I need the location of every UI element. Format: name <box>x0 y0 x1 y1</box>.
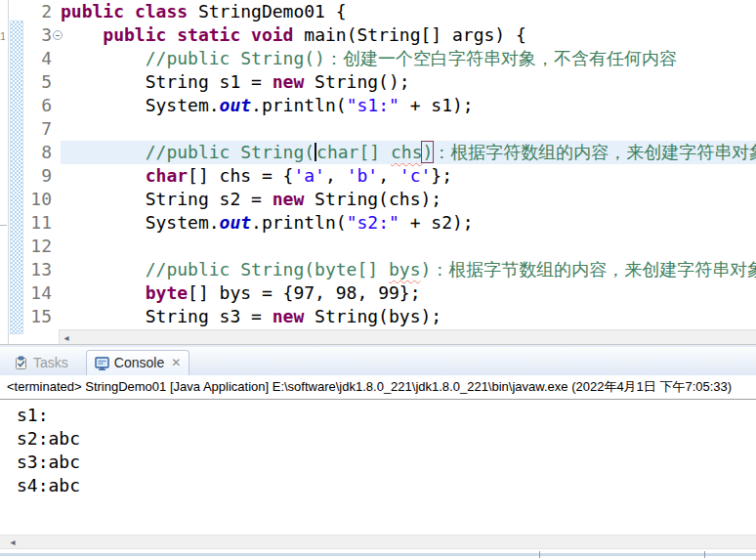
statusbar-edge <box>0 553 756 556</box>
code-segment: bys <box>389 259 421 280</box>
code-segment: + s1); <box>399 95 474 115</box>
code-line[interactable]: 13 //public String(byte[] bys)：根据字节数组的内容… <box>21 258 756 281</box>
line-number: 15 <box>21 305 52 328</box>
code-line[interactable]: 2public class StringDemo01 { <box>21 0 756 23</box>
fold-column <box>52 164 61 188</box>
code-segment: )：根据字节数组的内容，来创建字符串对象 <box>420 259 756 280</box>
code-text[interactable] <box>61 235 756 258</box>
fold-column <box>52 141 61 164</box>
code-rows: 2public class StringDemo01 {3 public sta… <box>21 0 756 328</box>
code-editor[interactable]: 1 2public class StringDemo01 {3 public s… <box>0 0 756 345</box>
code-segment: , <box>325 165 347 186</box>
code-segment: String(chs); <box>304 189 441 209</box>
tab-close-icon[interactable]: ✕ <box>171 356 181 369</box>
code-text[interactable]: byte[] bys = {97, 98, 99}; <box>61 281 756 305</box>
code-text[interactable]: System.out.println("s1:" + s1); <box>61 94 756 117</box>
code-line[interactable]: 7 <box>21 117 756 141</box>
console-line: s4:abc <box>17 474 756 497</box>
code-segment <box>166 24 177 45</box>
code-segment: new <box>273 71 305 92</box>
code-segment: String s2 = <box>61 189 273 209</box>
fold-column <box>52 305 61 328</box>
code-line[interactable]: 10 String s2 = new String(chs); <box>21 188 756 211</box>
tab-tasks[interactable]: Tasks <box>6 351 76 375</box>
code-segment: String(); <box>304 71 409 92</box>
code-line[interactable]: 14 byte[] bys = {97, 98, 99}; <box>21 281 756 305</box>
code-text[interactable]: public class StringDemo01 { <box>61 0 756 23</box>
code-text[interactable]: //public String(byte[] bys)：根据字节数组的内容，来创… <box>61 258 756 281</box>
fold-column <box>52 258 61 281</box>
code-segment: 'c' <box>399 165 432 186</box>
code-text[interactable]: String s3 = new String(bys); <box>61 305 756 328</box>
console-output[interactable]: s1:s2:abcs3:abcs4:abc <box>0 400 756 535</box>
code-text[interactable]: String s2 = new String(chs); <box>61 188 756 211</box>
code-line[interactable]: 15 String s3 = new String(bys); <box>21 305 756 328</box>
tab-console[interactable]: Console ✕ <box>86 350 189 375</box>
line-number: 14 <box>21 281 52 305</box>
code-segment <box>240 24 251 45</box>
fold-column <box>52 47 61 70</box>
code-text[interactable] <box>61 117 756 141</box>
code-text[interactable]: char[] chs = {'a', 'b', 'c'}; <box>61 164 756 188</box>
code-segment: new <box>273 306 305 326</box>
code-text[interactable]: //public String(char[] chs)：根据字符数组的内容，来创… <box>61 141 756 164</box>
code-segment: String(bys); <box>304 306 441 326</box>
code-segment: ：根据字符数组的内容，来创建字符串对象 <box>433 142 756 162</box>
code-segment: out <box>220 95 252 115</box>
fold-column <box>52 94 61 117</box>
code-segment: class <box>135 1 188 22</box>
left-collapsed-strip: 1 <box>0 0 9 344</box>
code-text[interactable]: //public String()：创建一个空白字符串对象，不含有任何内容 <box>61 47 756 70</box>
code-segment: , <box>378 165 399 186</box>
tab-tasks-label: Tasks <box>33 355 68 370</box>
fold-column <box>52 188 61 211</box>
code-segment: char <box>146 165 188 186</box>
code-segment: new <box>273 189 305 209</box>
code-line[interactable]: 12 <box>21 235 756 258</box>
code-segment: }; <box>431 165 452 186</box>
fold-column <box>52 235 61 258</box>
code-segment <box>61 165 146 186</box>
editor-horizontal-scrollbar[interactable]: ◂ <box>59 329 756 345</box>
code-line[interactable]: 5 String s1 = new String(); <box>21 70 756 94</box>
code-line[interactable]: 3 public static void main(String[] args)… <box>21 23 756 47</box>
line-number: 7 <box>21 117 52 141</box>
console-horizontal-scrollbar[interactable]: ◂ <box>0 535 756 549</box>
code-line[interactable]: 6 System.out.println("s1:" + s1); <box>21 94 756 117</box>
code-text[interactable]: String s1 = new String(); <box>61 70 756 94</box>
code-segment: main(String[] args) { <box>293 24 525 45</box>
code-segment <box>61 259 146 280</box>
code-segment: byte <box>146 282 188 303</box>
code-segment: String s3 = <box>61 306 273 326</box>
window-bottom-strip <box>0 549 756 560</box>
fold-column <box>52 117 61 141</box>
code-segment <box>61 282 146 303</box>
line-number: 10 <box>21 188 52 211</box>
tab-console-label: Console <box>114 355 164 370</box>
eclipse-window: { "editor": { "lines": [ {"n":"2","seg":… <box>0 0 756 560</box>
scroll-left-arrow-icon[interactable]: ◂ <box>6 536 20 548</box>
code-segment: //public String( <box>146 142 315 162</box>
code-segment: //public String(byte[] <box>146 259 389 280</box>
code-segment: static <box>177 24 240 45</box>
collapse-icon[interactable] <box>53 30 63 40</box>
scroll-left-arrow-icon[interactable]: ◂ <box>60 331 73 344</box>
code-line[interactable]: 4 //public String()：创建一个空白字符串对象，不含有任何内容 <box>21 47 756 70</box>
console-line: s3:abc <box>17 451 756 474</box>
fold-column <box>52 23 61 47</box>
code-text[interactable]: System.out.println("s2:" + s2); <box>61 211 756 235</box>
code-segment: ) <box>422 142 433 162</box>
line-number: 5 <box>21 70 52 94</box>
code-line[interactable]: 8 //public String(char[] chs)：根据字符数组的内容，… <box>21 141 756 164</box>
code-segment <box>124 1 135 22</box>
code-line[interactable]: 9 char[] chs = {'a', 'b', 'c'}; <box>21 164 756 188</box>
code-segment: StringDemo01 { <box>188 1 347 22</box>
line-number: 11 <box>21 211 52 235</box>
code-text[interactable]: public static void main(String[] args) { <box>61 23 756 47</box>
console-line: s2:abc <box>17 427 756 451</box>
line-number: 12 <box>21 235 52 258</box>
code-segment: char[] <box>316 142 391 162</box>
console-status-line: <terminated> StringDemo01 [Java Applicat… <box>0 375 756 400</box>
code-segment: public <box>103 24 166 45</box>
code-line[interactable]: 11 System.out.println("s2:" + s2); <box>21 211 756 235</box>
